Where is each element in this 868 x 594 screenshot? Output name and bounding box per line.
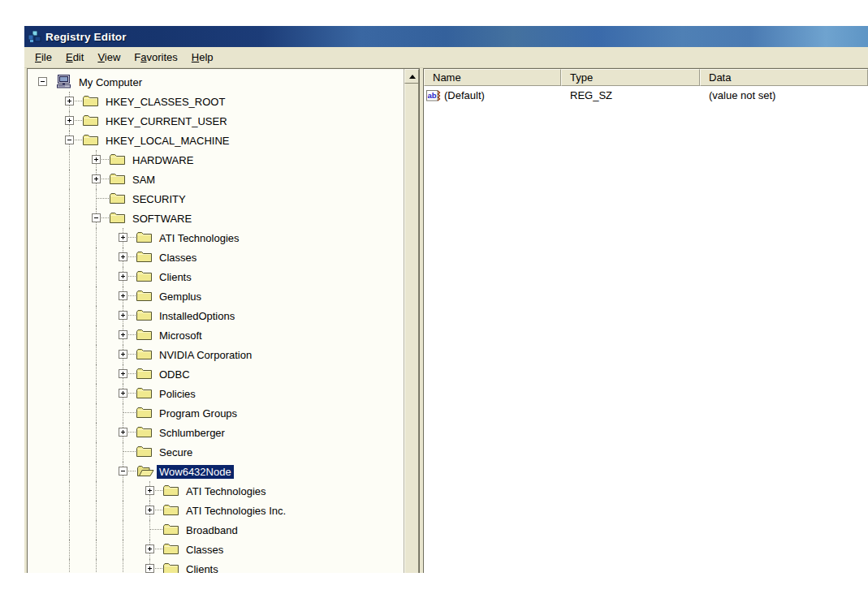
tree-item-ati-technologies[interactable]: ATI Technologies xyxy=(28,228,404,248)
tree-item-label[interactable]: Broadband xyxy=(184,523,240,537)
tree-item-label[interactable]: Gemplus xyxy=(157,290,204,303)
tree-item-hkey-classes-root[interactable]: HKEY_CLASSES_ROOT xyxy=(28,92,404,111)
menu-edit[interactable]: Edit xyxy=(59,49,90,66)
tree-item-gemplus[interactable]: Gemplus xyxy=(28,286,404,306)
collapse-toggle-icon[interactable] xyxy=(38,77,47,86)
value-row[interactable]: ab(Default)REG_SZ(value not set) xyxy=(424,86,868,105)
tree-item-label[interactable]: Clients xyxy=(184,562,221,573)
tree-item-ati-technologies[interactable]: ATI Technologies xyxy=(28,481,404,501)
tree-item-label[interactable]: Clients xyxy=(157,270,194,284)
tree-item-label[interactable]: NVIDIA Corporation xyxy=(157,348,254,362)
tree-item-label[interactable]: Wow6432Node xyxy=(157,465,234,479)
tree-connector-line xyxy=(97,198,109,199)
tree-item-secure[interactable]: Secure xyxy=(28,442,404,462)
tree-item-odbc[interactable]: ODBC xyxy=(28,364,404,384)
expand-toggle-icon[interactable] xyxy=(119,350,127,359)
registry-editor-icon xyxy=(28,30,41,43)
expand-toggle-icon[interactable] xyxy=(145,506,154,514)
tree-item-hardware[interactable]: HARDWARE xyxy=(28,150,404,170)
tree-item-label[interactable]: HARDWARE xyxy=(130,153,196,167)
expand-toggle-icon[interactable] xyxy=(119,389,127,398)
tree-item-installedoptions[interactable]: InstalledOptions xyxy=(28,306,404,325)
tree-item-ati-technologies-inc[interactable]: ATI Technologies Inc. xyxy=(28,501,404,520)
tree-item-label[interactable]: My Computer xyxy=(76,75,145,89)
tree-guide-line xyxy=(69,423,70,442)
tree-item-security[interactable]: SECURITY xyxy=(28,189,404,209)
tree-item-label[interactable]: Program Groups xyxy=(157,407,240,420)
expand-toggle-icon[interactable] xyxy=(119,252,127,261)
tree-item-label[interactable]: Secure xyxy=(157,446,195,459)
menu-view[interactable]: View xyxy=(91,49,127,66)
tree-scrollbar[interactable] xyxy=(404,69,419,573)
tree-item-label[interactable]: SECURITY xyxy=(130,192,188,206)
expand-toggle-icon[interactable] xyxy=(145,544,154,553)
tree-item-hkey-local-machine[interactable]: HKEY_LOCAL_MACHINE xyxy=(28,131,404,150)
tree-guide-line xyxy=(96,267,97,286)
tree-item-label[interactable]: HKEY_LOCAL_MACHINE xyxy=(103,134,231,148)
registry-tree: My ComputerHKEY_CLASSES_ROOTHKEY_CURRENT… xyxy=(28,69,404,573)
tree-item-label[interactable]: SOFTWARE xyxy=(130,212,194,226)
tree-item-label[interactable]: ATI Technologies xyxy=(184,484,269,498)
tree-item-label[interactable]: Classes xyxy=(157,251,199,265)
tree-item-clients[interactable]: Clients xyxy=(28,267,404,286)
menu-file[interactable]: File xyxy=(28,49,58,66)
tree-item-hkey-current-user[interactable]: HKEY_CURRENT_USER xyxy=(28,111,404,131)
expand-toggle-icon[interactable] xyxy=(65,97,74,105)
tree-item-broadband[interactable]: Broadband xyxy=(28,520,404,540)
tree-item-program-groups[interactable]: Program Groups xyxy=(28,403,404,423)
closed-folder-icon xyxy=(162,523,180,536)
tree-item-policies[interactable]: Policies xyxy=(28,384,404,403)
tree-item-label[interactable]: ATI Technologies Inc. xyxy=(184,504,288,518)
tree-item-label[interactable]: SAM xyxy=(130,173,158,187)
tree-item-nvidia-corporation[interactable]: NVIDIA Corporation xyxy=(28,345,404,364)
tree-item-classes[interactable]: Classes xyxy=(28,248,404,267)
collapse-toggle-icon[interactable] xyxy=(119,467,127,476)
collapse-toggle-icon[interactable] xyxy=(65,136,74,144)
expand-toggle-icon[interactable] xyxy=(92,174,101,183)
scrollbar-thumb[interactable] xyxy=(404,84,419,573)
column-header-type[interactable]: Type xyxy=(561,69,700,86)
svg-text:ab: ab xyxy=(428,91,437,100)
tree-item-microsoft[interactable]: Microsoft xyxy=(28,325,404,345)
tree-item-label[interactable]: Schlumberger xyxy=(157,426,227,440)
column-header-name[interactable]: Name xyxy=(424,69,561,86)
tree-item-my-computer[interactable]: My Computer xyxy=(28,72,404,92)
tree-item-clients[interactable]: Clients xyxy=(28,559,404,573)
ab-string-icon: ab xyxy=(426,90,441,101)
expand-toggle-icon[interactable] xyxy=(119,428,127,437)
expand-toggle-icon[interactable] xyxy=(119,233,127,242)
expand-toggle-icon[interactable] xyxy=(145,564,154,573)
column-header-data[interactable]: Data xyxy=(700,69,868,86)
closed-folder-icon xyxy=(136,250,153,264)
tree-guide-line xyxy=(123,481,123,501)
tree-item-label[interactable]: HKEY_CURRENT_USER xyxy=(103,114,230,128)
expand-toggle-icon[interactable] xyxy=(119,291,127,300)
tree-item-label[interactable]: Microsoft xyxy=(157,329,205,342)
tree-item-schlumberger[interactable]: Schlumberger xyxy=(28,423,404,442)
expand-toggle-icon[interactable] xyxy=(119,311,127,320)
tree-item-software[interactable]: SOFTWARE xyxy=(28,209,404,228)
menu-favorites[interactable]: Favorites xyxy=(127,49,184,66)
expand-toggle-icon[interactable] xyxy=(119,369,127,378)
tree-item-label[interactable]: Policies xyxy=(157,387,198,401)
tree-item-wow6432node[interactable]: Wow6432Node xyxy=(28,462,404,481)
scroll-up-button[interactable] xyxy=(404,69,419,84)
title-bar[interactable]: Registry Editor xyxy=(24,26,868,47)
tree-item-label[interactable]: ATI Technologies xyxy=(157,231,242,245)
collapse-toggle-icon[interactable] xyxy=(92,213,101,222)
tree-item-label[interactable]: Classes xyxy=(184,543,226,557)
tree-item-label[interactable]: ODBC xyxy=(157,368,192,381)
tree-item-sam[interactable]: SAM xyxy=(28,170,404,189)
tree-item-label[interactable]: InstalledOptions xyxy=(157,309,237,323)
menu-help[interactable]: Help xyxy=(185,49,220,66)
expand-toggle-icon[interactable] xyxy=(65,116,74,125)
expand-toggle-icon[interactable] xyxy=(119,272,127,281)
tree-guide-line xyxy=(96,248,97,267)
expand-toggle-icon[interactable] xyxy=(92,155,101,164)
expand-toggle-icon[interactable] xyxy=(145,486,154,495)
expand-toggle-icon[interactable] xyxy=(119,330,127,339)
tree-item-classes[interactable]: Classes xyxy=(28,540,404,559)
tree-item-label[interactable]: HKEY_CLASSES_ROOT xyxy=(103,95,227,109)
tree-guide-line xyxy=(69,189,70,209)
closed-folder-icon xyxy=(162,503,180,517)
